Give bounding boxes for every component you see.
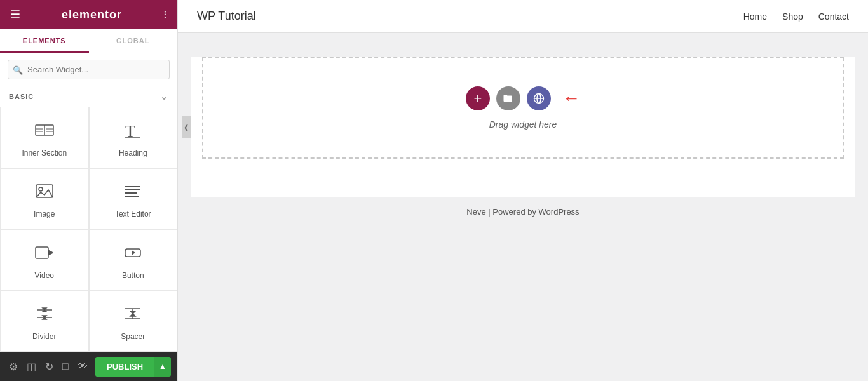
inner-section-icon xyxy=(34,120,55,144)
preview-icon[interactable]: 👁 xyxy=(75,358,90,375)
left-panel: ☰ elementor ⁝ ELEMENTS GLOBAL 🔍 BASIC ⌄ xyxy=(0,0,178,381)
svg-rect-14 xyxy=(36,247,48,258)
svg-point-9 xyxy=(39,187,43,191)
collapse-panel-button[interactable]: ❮ xyxy=(182,116,191,138)
image-icon xyxy=(34,181,55,204)
add-widget-button[interactable]: + xyxy=(466,86,490,110)
canvas-wrapper: ❮ + xyxy=(191,57,855,197)
svg-marker-17 xyxy=(132,250,135,255)
divider-svg xyxy=(34,304,55,324)
page-footer: Neve | Powered by WordPress xyxy=(191,197,855,227)
tab-elements[interactable]: ELEMENTS xyxy=(0,29,89,53)
widget-text-editor[interactable]: Text Editor xyxy=(89,168,178,230)
divider-icon xyxy=(34,304,55,327)
brand-name: elementor xyxy=(62,8,122,22)
svg-rect-8 xyxy=(36,185,53,197)
inner-section-svg xyxy=(34,120,55,140)
nav-links: Home Shop Contact xyxy=(743,11,849,22)
publish-arrow-button[interactable]: ▲ xyxy=(154,357,171,377)
nav-link-contact[interactable]: Contact xyxy=(818,11,849,22)
button-icon xyxy=(123,243,143,266)
folder-button[interactable] xyxy=(496,86,520,110)
canvas-area: ❮ + xyxy=(178,33,868,381)
nav-link-home[interactable]: Home xyxy=(743,11,767,22)
widget-label-divider: Divider xyxy=(32,332,56,341)
heading-svg: T xyxy=(123,120,143,140)
globe-button[interactable] xyxy=(527,86,551,110)
widget-spacer[interactable]: Spacer xyxy=(89,291,178,352)
widget-label-spacer: Spacer xyxy=(121,332,145,341)
button-svg xyxy=(123,243,143,263)
publish-button[interactable]: PUBLISH xyxy=(95,357,154,377)
widget-heading[interactable]: T Heading xyxy=(89,107,178,168)
widget-button[interactable]: Button xyxy=(89,229,178,291)
heading-icon: T xyxy=(123,120,143,144)
search-wrapper: 🔍 xyxy=(8,60,170,79)
main-area: WP Tutorial Home Shop Contact ❮ + xyxy=(178,0,868,381)
drag-hint: Drag widget here xyxy=(489,119,557,130)
video-icon xyxy=(34,243,55,266)
widget-label-image: Image xyxy=(34,210,55,218)
chevron-down-icon: ⌄ xyxy=(160,91,168,102)
text-editor-icon xyxy=(123,181,143,204)
layers-icon[interactable]: ◫ xyxy=(24,358,39,375)
top-nav: WP Tutorial Home Shop Contact xyxy=(178,0,868,33)
page-footer-text: Neve | Powered by WordPress xyxy=(466,207,579,217)
video-svg xyxy=(34,243,55,263)
globe-icon xyxy=(533,93,545,104)
widget-grid: Inner Section T Heading Image xyxy=(0,107,177,352)
widget-label-video: Video xyxy=(35,271,54,280)
svg-marker-15 xyxy=(48,250,53,255)
drop-zone[interactable]: + ← xyxy=(202,57,844,159)
widget-divider[interactable]: Divider xyxy=(0,291,89,352)
settings-icon[interactable]: ⚙ xyxy=(6,358,20,375)
tab-global[interactable]: GLOBAL xyxy=(89,29,178,53)
search-input[interactable] xyxy=(8,60,170,79)
panel-tabs: ELEMENTS GLOBAL xyxy=(0,29,177,53)
category-header[interactable]: BASIC ⌄ xyxy=(0,86,177,107)
grid-icon[interactable]: ⁝ xyxy=(163,8,167,22)
widget-label-text-editor: Text Editor xyxy=(115,210,151,218)
spacer-svg xyxy=(123,304,143,324)
widget-inner-section[interactable]: Inner Section xyxy=(0,107,89,168)
category-label: BASIC xyxy=(9,93,34,100)
panel-header: ☰ elementor ⁝ xyxy=(0,0,177,29)
hamburger-icon[interactable]: ☰ xyxy=(10,8,20,22)
widget-label-heading: Heading xyxy=(119,149,147,157)
arrow-right-indicator: ← xyxy=(562,90,580,107)
widget-label-button: Button xyxy=(122,271,144,280)
widget-image[interactable]: Image xyxy=(0,168,89,230)
publish-group: PUBLISH ▲ xyxy=(95,357,171,377)
widget-video[interactable]: Video xyxy=(0,229,89,291)
panel-footer: ⚙ ◫ ↻ □ 👁 PUBLISH ▲ xyxy=(0,352,177,381)
widget-controls: + ← xyxy=(466,86,580,110)
spacer-icon xyxy=(123,304,143,327)
search-box: 🔍 xyxy=(0,53,177,86)
text-editor-svg xyxy=(123,181,143,201)
widget-label-inner-section: Inner Section xyxy=(22,149,67,157)
search-icon: 🔍 xyxy=(13,65,23,74)
nav-link-shop[interactable]: Shop xyxy=(782,11,803,22)
folder-icon xyxy=(503,93,514,104)
image-svg xyxy=(34,181,55,201)
history-icon[interactable]: ↻ xyxy=(43,358,56,375)
responsive-icon[interactable]: □ xyxy=(60,358,71,375)
site-title: WP Tutorial xyxy=(197,10,743,23)
